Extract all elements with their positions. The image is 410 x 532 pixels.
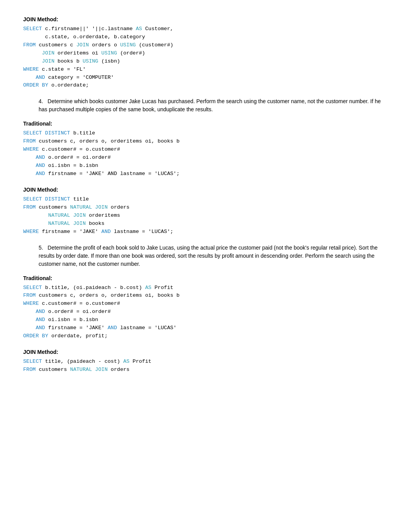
- keyword: JOIN: [42, 50, 54, 56]
- code-line: AND o.order# = oi.order#: [23, 154, 387, 162]
- keyword: SELECT DISTINCT: [23, 196, 70, 202]
- keyword: NATURAL JOIN: [70, 204, 108, 210]
- code-traditional-2: SELECT DISTINCT b.title FROM customers c…: [23, 129, 387, 178]
- code-text: o.order# = oi.order#: [45, 155, 111, 160]
- code-line: SELECT DISTINCT b.title: [23, 129, 387, 138]
- code-line: WHERE c.customer# = o.customer#: [23, 300, 387, 308]
- code-text: c.customer# = o.customer#: [39, 146, 120, 152]
- code-text: [23, 317, 36, 323]
- keyword: USING: [102, 50, 117, 56]
- code-text: [23, 163, 36, 168]
- code-text: [23, 309, 36, 314]
- code-text: title, (paideach - cost): [42, 359, 124, 364]
- keyword: AND: [108, 325, 117, 331]
- code-line: AND oi.isbn = b.isbn: [23, 316, 387, 324]
- code-text: c.customer# = o.customer#: [39, 301, 120, 306]
- code-text: firstname = 'JAKE': [45, 325, 108, 331]
- code-line: JOIN orderitems oi USING (order#): [23, 49, 387, 58]
- code-text: [23, 58, 42, 64]
- heading-traditional-3: Traditional:: [23, 274, 387, 282]
- keyword: FROM: [23, 292, 36, 298]
- keyword: SELECT: [23, 359, 42, 364]
- code-text: title: [70, 196, 89, 202]
- keyword: ORDER BY: [23, 82, 48, 88]
- section-join-method-2: JOIN Method: SELECT DISTINCT title FROM …: [23, 186, 387, 236]
- section-join-method-1: JOIN Method: SELECT c.firstname||' '||c.…: [23, 15, 387, 90]
- code-text: (customer#): [136, 42, 173, 48]
- code-text: customers c, orders o, orderitems oi, bo…: [36, 138, 180, 144]
- keyword: AND: [36, 155, 45, 160]
- keyword: WHERE: [23, 146, 39, 152]
- code-line: SELECT DISTINCT title: [23, 195, 387, 204]
- keyword: SELECT DISTINCT: [23, 130, 70, 136]
- keyword: AND: [36, 171, 45, 177]
- code-line: AND firstname = 'JAKE' AND lastname = 'L…: [23, 170, 387, 178]
- heading-traditional-2: Traditional:: [23, 120, 387, 128]
- code-text: (isbn): [98, 58, 120, 64]
- keyword: AND: [36, 75, 45, 80]
- code-text: [23, 325, 36, 331]
- keyword: SELECT: [23, 26, 42, 32]
- code-text: firstname = 'JAKE': [39, 229, 102, 235]
- code-text: customers: [36, 204, 70, 210]
- keyword: AND: [36, 163, 45, 168]
- keyword: JOIN: [42, 58, 54, 64]
- numbered-item-text: 5. Determine the profit of each book sol…: [39, 244, 387, 268]
- code-text: orderdate, profit;: [48, 333, 108, 339]
- code-text: customers: [36, 367, 70, 372]
- code-text: Customer,: [142, 26, 173, 32]
- code-text: customers c, orders o, orderitems oi, bo…: [36, 292, 180, 298]
- code-traditional-3: SELECT b.title, (oi.paideach - b.cost) A…: [23, 284, 387, 340]
- code-text: orders: [108, 204, 130, 210]
- code-text: orderitems oi: [54, 50, 102, 56]
- heading-join-method-2: JOIN Method:: [23, 186, 387, 194]
- keyword: NATURAL JOIN: [70, 367, 108, 372]
- code-text: (order#): [117, 50, 145, 56]
- code-text: c.state, o.orderdate, b.category: [23, 34, 145, 40]
- code-line: ORDER BY orderdate, profit;: [23, 332, 387, 340]
- code-line: NATURAL JOIN books: [23, 220, 387, 228]
- code-text: books b: [54, 58, 83, 64]
- keyword: AS: [145, 285, 151, 291]
- code-text: [23, 50, 42, 56]
- code-text: [23, 75, 36, 80]
- keyword: FROM: [23, 42, 36, 48]
- keyword: AND: [36, 309, 45, 314]
- heading-join-method-3: JOIN Method:: [23, 348, 387, 356]
- code-line: AND o.order# = oi.order#: [23, 308, 387, 316]
- code-line: AND firstname = 'JAKE' AND lastname = 'L…: [23, 324, 387, 332]
- section-join-method-3: JOIN Method: SELECT title, (paideach - c…: [23, 348, 387, 374]
- code-text: lastname = 'LUCAS': [117, 325, 176, 331]
- keyword: WHERE: [23, 66, 39, 72]
- code-text: o.order# = oi.order#: [45, 309, 111, 314]
- code-join-method-1: SELECT c.firstname||' '||c.lastname AS C…: [23, 25, 387, 90]
- code-text: o.orderdate;: [48, 82, 89, 88]
- code-line: AND oi.isbn = b.isbn: [23, 162, 387, 170]
- keyword: SELECT: [23, 285, 42, 291]
- keyword: AS: [136, 26, 142, 32]
- page-content: JOIN Method: SELECT c.firstname||' '||c.…: [23, 15, 387, 374]
- code-line: SELECT c.firstname||' '||c.lastname AS C…: [23, 25, 387, 33]
- code-text: Profit: [129, 359, 151, 364]
- code-text: [23, 221, 48, 226]
- code-line: FROM customers NATURAL JOIN orders: [23, 204, 387, 212]
- code-text: c.state = 'FL': [39, 66, 86, 72]
- keyword: FROM: [23, 204, 36, 210]
- code-text: [23, 171, 36, 177]
- code-join-method-3: SELECT title, (paideach - cost) AS Profi…: [23, 358, 387, 374]
- section-traditional-3: Traditional: SELECT b.title, (oi.paideac…: [23, 274, 387, 340]
- numbered-item-text: 4. Determine which books customer Jake L…: [39, 97, 387, 114]
- code-text: customers c: [36, 42, 76, 48]
- code-text: b.title, (oi.paideach - b.cost): [42, 285, 145, 291]
- keyword: NATURAL JOIN: [48, 221, 86, 226]
- keyword: FROM: [23, 138, 36, 144]
- keyword: AND: [36, 325, 45, 331]
- code-line: JOIN books b USING (isbn): [23, 58, 387, 66]
- keyword: ORDER BY: [23, 333, 48, 339]
- code-text: orders o: [89, 42, 120, 48]
- code-text: oi.isbn = b.isbn: [45, 163, 98, 168]
- keyword: WHERE: [23, 301, 39, 306]
- keyword: FROM: [23, 367, 36, 372]
- code-text: [23, 155, 36, 160]
- code-line: SELECT b.title, (oi.paideach - b.cost) A…: [23, 284, 387, 292]
